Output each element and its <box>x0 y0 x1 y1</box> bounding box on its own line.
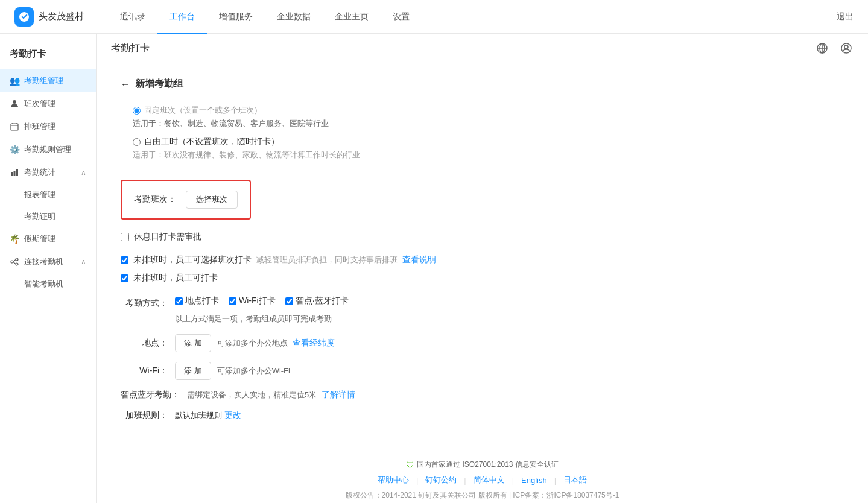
nav-logout[interactable]: 退出 <box>837 11 854 22</box>
select-shift-button[interactable]: 选择班次 <box>186 191 238 209</box>
radio-fixed-label: 固定班次（设置一个或多个班次） <box>144 105 262 116</box>
unscheduled-clock-row: 未排班时，员工可打卡 <box>121 273 844 283</box>
method-wifi: Wi-Fi打卡 <box>229 296 276 306</box>
location-link[interactable]: 查看经纬度 <box>293 338 335 349</box>
method-sub-desc: 以上方式满足一项，考勤组成员即可完成考勤 <box>175 314 844 324</box>
back-button[interactable]: ← <box>121 79 130 90</box>
overtime-link[interactable]: 更改 <box>224 410 241 421</box>
sidebar-item-schedule-mgmt[interactable]: 排班管理 <box>0 115 96 138</box>
rule-icon: ⚙️ <box>10 145 19 154</box>
page-header-bar: 考勤打卡 <box>97 34 868 63</box>
user-circle-icon[interactable] <box>839 41 854 55</box>
svg-point-6 <box>16 258 18 261</box>
method-bluetooth-checkbox[interactable] <box>285 297 293 305</box>
shift-label: 考勤班次： <box>134 194 176 205</box>
sidebar-item-attendance-group[interactable]: 👥 考勤组管理 <box>0 69 96 92</box>
holiday-approval-row: 休息日打卡需审批 <box>121 232 844 242</box>
main-content: 考勤打卡 <box>97 34 868 503</box>
radio-fixed[interactable] <box>133 107 141 115</box>
nav-settings[interactable]: 设置 <box>381 0 422 34</box>
brand[interactable]: 头发茂盛村 <box>14 7 84 27</box>
sidebar-item-stats[interactable]: 考勤统计 ∧ <box>0 161 96 184</box>
method-location: 地点打卡 <box>175 296 219 306</box>
wifi-add-button[interactable]: 添 加 <box>175 362 211 380</box>
shift-icon <box>10 99 19 109</box>
location-row: 地点： 添 加 可添加多个办公地点 查看经纬度 <box>121 334 844 352</box>
footer-simplified-link[interactable]: 简体中文 <box>466 475 512 486</box>
sidebar-item-report-mgmt[interactable]: 报表管理 <box>0 184 96 206</box>
globe-icon[interactable] <box>815 41 829 55</box>
unscheduled-choose-checkbox[interactable] <box>121 256 128 264</box>
sidebar: 考勤打卡 👥 考勤组管理 班次管理 排班管理 ⚙️ 考勤规则管理 考勤统计 <box>0 34 97 503</box>
method-checkboxes: 地点打卡 Wi-Fi打卡 智点·蓝牙打卡 <box>175 296 349 306</box>
nav-biz-data[interactable]: 企业数据 <box>265 0 323 34</box>
overtime-label: 加班规则： <box>121 410 175 421</box>
unscheduled-clock-checkbox[interactable] <box>121 274 128 282</box>
page-layout: 考勤打卡 👥 考勤组管理 班次管理 排班管理 ⚙️ 考勤规则管理 考勤统计 <box>0 34 868 503</box>
method-location-checkbox[interactable] <box>175 297 183 305</box>
free-shift-desc: 适用于：班次没有规律、装修、家政、物流等计算工作时长的行业 <box>133 150 844 160</box>
sidebar-item-shift-mgmt[interactable]: 班次管理 <box>0 92 96 115</box>
svg-rect-3 <box>14 171 16 176</box>
sidebar-item-cert-mgmt[interactable]: 考勤证明 <box>0 206 96 227</box>
holiday-approval-checkbox[interactable] <box>121 233 129 241</box>
method-bluetooth-label: 智点·蓝牙打卡 <box>296 296 349 306</box>
method-wifi-checkbox[interactable] <box>229 297 236 305</box>
bluetooth-label: 智点蓝牙考勤： <box>121 390 187 400</box>
free-shift-option: 自由工时（不设置班次，随时打卡） <box>121 136 844 147</box>
holiday-approval-label: 休息日打卡需审批 <box>134 232 201 242</box>
nav-right: 退出 <box>837 11 854 22</box>
shift-selection-box: 考勤班次： 选择班次 <box>121 180 251 220</box>
method-bluetooth: 智点·蓝牙打卡 <box>285 296 349 306</box>
footer-english-link[interactable]: English <box>514 476 554 485</box>
sidebar-header: 考勤打卡 <box>0 43 96 69</box>
unscheduled-clock-label: 未排班时，员工可打卡 <box>133 273 218 283</box>
location-add-button[interactable]: 添 加 <box>175 334 211 352</box>
svg-line-9 <box>13 262 16 264</box>
radio-free[interactable] <box>133 138 141 146</box>
main-nav: 通讯录 工作台 增值服务 企业数据 企业主页 设置 <box>108 0 837 34</box>
brand-name: 头发茂盛村 <box>39 11 84 22</box>
footer-japanese-link[interactable]: 日本語 <box>556 475 594 486</box>
attendance-method-row: 考勤方式： 地点打卡 Wi-Fi打卡 智点·蓝牙打卡 <box>121 296 844 309</box>
bluetooth-desc: 需绑定设备，实人实地，精准定位5米 <box>187 390 317 400</box>
unscheduled-choose-desc: 减轻管理员排班负担，同时支持事后排班 <box>256 255 398 265</box>
location-hint: 可添加多个办公地点 <box>217 338 288 349</box>
footer-nails-link[interactable]: 钉钉公约 <box>418 475 464 486</box>
svg-point-7 <box>16 263 18 265</box>
svg-point-0 <box>13 100 16 104</box>
nav-value-added[interactable]: 增值服务 <box>207 0 265 34</box>
connect-expand-icon: ∧ <box>81 258 86 266</box>
sidebar-item-connect-machine[interactable]: 连接考勤机 ∧ <box>0 250 96 273</box>
top-nav: 头发茂盛村 通讯录 工作台 增值服务 企业数据 企业主页 设置 退出 <box>0 0 868 34</box>
location-label: 地点： <box>121 338 175 349</box>
radio-free-label: 自由工时（不设置班次，随时打卡） <box>144 136 279 147</box>
security-icon: 🛡 <box>406 460 414 470</box>
form-page-title: ← 新增考勤组 <box>121 78 844 90</box>
svg-rect-4 <box>16 169 18 176</box>
svg-point-15 <box>844 45 848 49</box>
svg-rect-2 <box>11 172 13 176</box>
overtime-row: 加班规则： 默认加班规则 更改 <box>121 410 844 421</box>
nav-workbench[interactable]: 工作台 <box>157 0 207 34</box>
stats-icon <box>10 168 19 177</box>
footer-help-link[interactable]: 帮助中心 <box>370 475 416 486</box>
nav-biz-home[interactable]: 企业主页 <box>323 0 381 34</box>
schedule-icon <box>10 122 19 131</box>
svg-point-5 <box>11 261 13 263</box>
group-icon: 👥 <box>10 76 19 86</box>
unscheduled-choose-link[interactable]: 查看说明 <box>402 255 436 265</box>
sidebar-item-rule-mgmt[interactable]: ⚙️ 考勤规则管理 <box>0 138 96 161</box>
sidebar-item-smart-machine[interactable]: 智能考勤机 <box>0 273 96 295</box>
fixed-shift-desc: 适用于：餐饮、制造、物流贸易、客户服务、医院等行业 <box>121 118 844 129</box>
sidebar-item-holiday-mgmt[interactable]: 🌴 假期管理 <box>0 227 96 250</box>
unscheduled-choose-label: 未排班时，员工可选择班次打卡 <box>133 255 252 265</box>
header-icons <box>815 41 854 55</box>
method-wifi-label: Wi-Fi打卡 <box>239 296 276 306</box>
connect-icon <box>10 257 19 267</box>
fixed-shift-label-partial: 固定班次（设置一个或多个班次） <box>121 105 844 116</box>
bluetooth-link[interactable]: 了解详情 <box>322 390 355 400</box>
footer-security: 🛡 国内首家通过 ISO27001:2013 信息安全认证 <box>121 460 844 470</box>
nav-contacts[interactable]: 通讯录 <box>108 0 157 34</box>
wifi-hint: 可添加多个办公Wi-Fi <box>217 365 290 376</box>
